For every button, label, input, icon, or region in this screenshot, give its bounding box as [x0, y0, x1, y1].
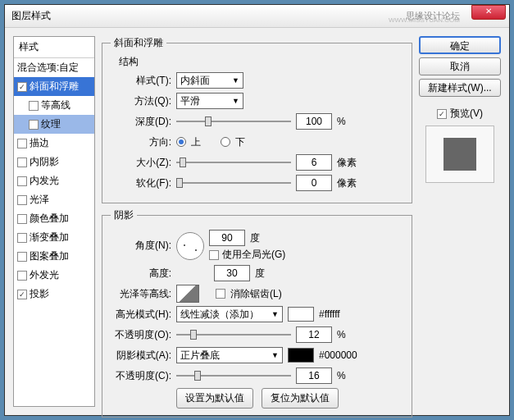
soften-label: 软化(F):	[111, 176, 171, 190]
depth-label: 深度(D):	[111, 115, 171, 129]
preview-swatch	[443, 138, 476, 171]
style-checkbox[interactable]	[17, 195, 27, 205]
dir-up-radio[interactable]	[176, 137, 186, 147]
style-item-6[interactable]: 光泽	[14, 190, 94, 209]
settings-panel: 斜面和浮雕 结构 样式(T): 内斜面 方法(Q): 平滑 深度(D): 100…	[102, 36, 412, 407]
global-light-checkbox[interactable]	[209, 250, 219, 260]
window-title: 图层样式	[11, 9, 51, 23]
style-checkbox[interactable]: ✓	[17, 290, 27, 299]
style-label: 样式(T):	[111, 74, 171, 88]
direction-label: 方向:	[111, 135, 171, 149]
style-item-4[interactable]: 内阴影	[14, 153, 94, 171]
style-checkbox[interactable]	[29, 101, 39, 111]
shading-group: 阴影 角度(N): 90 度 使用全局光(G) 高度: 30 度 光泽等高线:	[102, 208, 412, 418]
style-checkbox[interactable]	[17, 233, 27, 243]
shadow-opacity-slider[interactable]	[176, 370, 291, 381]
size-input[interactable]: 6	[296, 154, 332, 171]
titlebar: 图层样式 思缘设计论坛 WWW.MISSYUAN.COM ✕	[5, 5, 509, 28]
cancel-button[interactable]: 取消	[419, 57, 501, 75]
make-default-button[interactable]: 设置为默认值	[176, 388, 253, 409]
style-item-9[interactable]: 图案叠加	[14, 247, 94, 266]
size-slider[interactable]	[176, 157, 291, 168]
gloss-label: 光泽等高线:	[111, 287, 171, 301]
highlight-hex: #ffffff	[319, 308, 340, 320]
soften-input[interactable]: 0	[296, 175, 332, 191]
style-checkbox[interactable]	[17, 176, 27, 186]
highlight-mode-combo[interactable]: 线性减淡（添加）	[176, 306, 283, 322]
style-checkbox[interactable]	[17, 252, 27, 262]
shadow-mode-combo[interactable]: 正片叠底	[176, 347, 283, 363]
layer-style-dialog: 图层样式 思缘设计论坛 WWW.MISSYUAN.COM ✕ 样式 混合选项:自…	[4, 4, 510, 416]
style-item-11[interactable]: ✓投影	[14, 285, 94, 304]
shadow-hex: #000000	[319, 349, 357, 361]
preview-box	[425, 126, 494, 183]
style-item-10[interactable]: 外发光	[14, 266, 94, 285]
style-item-1[interactable]: 等高线	[14, 96, 94, 115]
highlight-mode-label: 高光模式(H):	[111, 308, 171, 322]
structure-label: 结构	[119, 55, 403, 69]
styles-list: 样式 混合选项:自定 ✓斜面和浮雕等高线纹理描边内阴影内发光光泽颜色叠加渐变叠加…	[13, 36, 95, 407]
shading-title: 阴影	[111, 208, 137, 222]
angle-input[interactable]: 90	[209, 230, 245, 246]
close-button[interactable]: ✕	[471, 5, 506, 20]
ok-button[interactable]: 确定	[419, 36, 501, 54]
style-item-0[interactable]: ✓斜面和浮雕	[14, 77, 94, 96]
dir-down-radio[interactable]	[221, 137, 230, 147]
right-panel: 确定 取消 新建样式(W)... ✓ 预览(V)	[419, 36, 501, 407]
soften-slider[interactable]	[176, 177, 291, 189]
antialias-checkbox[interactable]	[216, 289, 225, 299]
list-header: 样式	[14, 37, 94, 58]
size-label: 大小(Z):	[111, 156, 171, 170]
highlight-color-swatch[interactable]	[288, 307, 314, 322]
method-combo[interactable]: 平滑	[176, 93, 243, 109]
style-item-3[interactable]: 描边	[14, 134, 94, 153]
shadow-mode-label: 阴影模式(A):	[111, 349, 171, 363]
highlight-opacity-label: 不透明度(O):	[111, 328, 171, 342]
highlight-opacity-slider[interactable]	[176, 329, 291, 340]
highlight-opacity-input[interactable]: 12	[296, 326, 332, 343]
altitude-input[interactable]: 30	[214, 265, 250, 281]
style-item-8[interactable]: 渐变叠加	[14, 228, 94, 247]
group-title: 斜面和浮雕	[111, 36, 166, 50]
style-item-5[interactable]: 内发光	[14, 171, 94, 190]
style-checkbox[interactable]	[29, 120, 39, 130]
style-checkbox[interactable]	[17, 271, 27, 281]
style-checkbox[interactable]	[17, 139, 27, 148]
style-item-7[interactable]: 颜色叠加	[14, 209, 94, 228]
depth-input[interactable]: 100	[296, 113, 332, 130]
style-item-2[interactable]: 纹理	[14, 115, 94, 134]
style-checkbox[interactable]: ✓	[17, 82, 27, 92]
watermark-url: WWW.MISSYUAN.COM	[389, 16, 460, 24]
gloss-contour[interactable]	[176, 285, 199, 303]
shadow-opacity-input[interactable]: 16	[296, 368, 332, 384]
altitude-label: 高度:	[111, 267, 171, 281]
new-style-button[interactable]: 新建样式(W)...	[419, 79, 501, 97]
angle-widget[interactable]	[176, 232, 204, 260]
shadow-color-swatch[interactable]	[288, 348, 314, 363]
preview-checkbox[interactable]: ✓	[437, 109, 447, 119]
depth-slider[interactable]	[176, 116, 291, 127]
style-checkbox[interactable]	[17, 214, 27, 224]
bevel-group: 斜面和浮雕 结构 样式(T): 内斜面 方法(Q): 平滑 深度(D): 100…	[102, 36, 412, 203]
style-checkbox[interactable]	[17, 158, 27, 167]
style-combo[interactable]: 内斜面	[176, 72, 243, 89]
reset-default-button[interactable]: 复位为默认值	[262, 388, 339, 409]
method-label: 方法(Q):	[111, 94, 171, 108]
angle-label: 角度(N):	[111, 239, 171, 253]
blend-options[interactable]: 混合选项:自定	[14, 58, 94, 77]
shadow-opacity-label: 不透明度(C):	[111, 369, 171, 383]
